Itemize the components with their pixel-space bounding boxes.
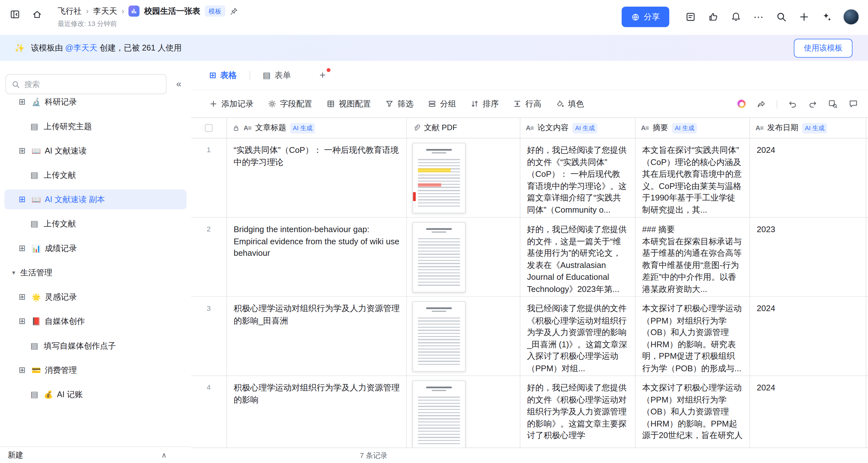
sidebar-item-expense-management[interactable]: ⊞ 💳 消费管理 [4,360,187,380]
pin-icon[interactable] [230,7,238,16]
search-in-table-icon[interactable] [828,99,837,108]
search-input[interactable] [24,80,160,89]
sidebar-item-media-creation[interactable]: ⊞ 📕 自媒体创作 [4,311,187,331]
sidebar-item-research-log[interactable]: ⊞ 🔬 科研记录 [4,94,187,112]
document-title[interactable]: 校园生活一张表 [144,6,200,16]
tab-grid-view[interactable]: ⊞ 表格 [209,70,237,81]
ai-shortcut-icon[interactable] [737,100,746,108]
ai-sparkle-icon[interactable] [820,11,833,23]
add-record-button[interactable]: 添加记录 [209,98,254,109]
cell-content[interactable]: 我已经阅读了您提供的文件《积极心理学运动对组织行为学及人力资源管理的影响_田喜洲… [520,297,636,375]
cell-title[interactable]: Bridging the intention-behaviour gap: Em… [227,218,407,296]
sidebar-item-ai-literature-review[interactable]: ⊞ 📖 AI 文献速读 [4,141,187,161]
breadcrumb-workspace[interactable]: 飞行社 [58,6,82,16]
cell-abstract[interactable]: ### 摘要 本研究旨在探索目标承诺与基于维基的沟通在弥合高等教育中维基使用“意… [636,218,750,296]
redo-icon[interactable] [808,99,817,108]
cell-content[interactable]: 好的，我已经阅读了您提供的文件，这是一篇关于“维基使用行为”的研究论文，发表在《… [520,218,636,296]
chevron-up-icon[interactable]: ∧ [161,451,166,459]
pdf-thumbnail[interactable] [412,380,465,447]
select-all-cell[interactable] [191,118,227,138]
sidebar-item-grade-record[interactable]: ⊞ 📊 成绩记录 [4,238,187,258]
sidebar-section-life-management[interactable]: ▾ 生活管理 [4,262,187,282]
share-button[interactable]: 分享 [622,7,669,27]
view-config-button[interactable]: 视图配置 [327,98,371,109]
table-row[interactable]: 4 积极心理学运动对组织行为学及人力资源管理的影响 好的，我已经阅读了您提供的文… [191,376,868,447]
cell-partial [866,139,868,217]
pdf-thumbnail[interactable] [412,301,465,372]
cell-title[interactable]: “实践共同体”（CoP）： 一种后现代教育语境中的学习理论 [227,139,407,217]
share-view-icon[interactable] [757,99,766,108]
fill-color-button[interactable]: 填色 [556,98,584,109]
user-avatar[interactable] [843,9,859,25]
sidebar-section-career-management[interactable]: ▾ 就业管理 [4,409,187,414]
sidebar-item-ai-bookkeeping[interactable]: ▤ 💰 AI 记账 [4,384,187,404]
create-new-icon[interactable] [798,11,810,23]
cell-pdf[interactable] [407,297,520,375]
field-config-button[interactable]: 字段配置 [268,98,312,109]
sidebar: « ⊞ 🔬 科研记录 ▤ 上传研究主题 ⊞ 📖 AI 文献速读 [0,61,191,463]
thumbs-up-icon[interactable] [707,11,719,23]
row-number[interactable]: 4 [191,376,227,447]
sidebar-toggle-icon[interactable] [9,8,21,21]
item-emoji: 🔬 [32,97,41,107]
column-header-partial [866,118,868,138]
column-header-title[interactable]: A≡ 文章标题 AI 生成 [227,118,407,138]
search-box[interactable] [5,74,166,94]
cell-date[interactable]: 2024 [750,376,866,447]
table-row[interactable]: 1 “实践共同体”（CoP）： 一种后现代教育语境中的学习理论 好的，我已经阅读… [191,139,868,218]
select-all-checkbox[interactable] [205,124,213,132]
cell-abstract[interactable]: 本文探讨了积极心理学运动（PPM）对组织行为学（OB）和人力资源管理（HRM）的… [636,376,750,447]
sidebar-item-inspiration-log[interactable]: ⊞ 🌟 灵感记录 [4,287,187,307]
notifications-bell-icon[interactable] [730,11,742,23]
cell-date[interactable]: 2024 [750,297,866,375]
sidebar-item-label: 自媒体创作 [45,316,85,326]
breadcrumb-owner[interactable]: 李天天 [93,6,117,16]
table-row[interactable]: 3 积极心理学运动对组织行为学及人力资源管理的影响_田喜洲 我已经阅读了您提供的… [191,297,868,376]
pdf-thumbnail[interactable] [412,222,465,293]
cell-date[interactable]: 2023 [750,218,866,296]
column-header-date[interactable]: A≡ 发布日期 AI 生成 [750,118,866,138]
table-row[interactable]: 2 Bridging the intention-behaviour gap: … [191,218,868,297]
cell-pdf[interactable] [407,376,520,447]
cell-date[interactable]: 2024 [750,139,866,217]
use-template-button[interactable]: 使用该模板 [794,38,852,57]
cell-content[interactable]: 好的，我已经阅读了您提供的文件《“实践共同体”（CoP）： 一种后现代教育语境中… [520,139,636,217]
column-header-pdf[interactable]: 文献 PDF [407,118,520,138]
group-button[interactable]: 分组 [428,98,456,109]
row-height-button[interactable]: 行高 [513,98,541,109]
sidebar-list: ⊞ 🔬 科研记录 ▤ 上传研究主题 ⊞ 📖 AI 文献速读 ▤ 上传文献 [0,94,191,414]
search-icon[interactable] [775,11,787,23]
sidebar-item-upload-literature-2[interactable]: ▤ 上传文献 [4,214,187,234]
row-number[interactable]: 3 [191,297,227,375]
cell-pdf[interactable] [407,218,520,296]
cell-title[interactable]: 积极心理学运动对组织行为学及人力资源管理的影响 [227,376,407,447]
cell-abstract[interactable]: 本文旨在探讨“实践共同体”（CoP）理论的核心内涵及其在后现代教育语境中的意义。… [636,139,750,217]
cell-pdf[interactable] [407,139,520,217]
column-header-abstract[interactable]: A≡ 摘要 AI 生成 [636,118,750,138]
banner-text: 该模板由 @李天天 创建，已被 261 人使用 [31,42,182,53]
cell-content[interactable]: 好的，我已经阅读了您提供的文件《积极心理学运动对组织行为学及人力资源管理的影响》… [520,376,636,447]
collapse-sidebar-icon[interactable]: « [166,79,191,90]
filter-button[interactable]: 筛选 [385,98,413,109]
sidebar-item-upload-research-topic[interactable]: ▤ 上传研究主题 [4,116,187,136]
more-icon[interactable]: ⋯ [752,11,765,23]
template-center-icon[interactable] [684,11,696,23]
cell-abstract[interactable]: 本文探讨了积极心理学运动（PPM）对组织行为学（OB）和人力资源管理（HRM）的… [636,297,750,375]
item-emoji: 🌟 [32,293,41,301]
row-number[interactable]: 2 [191,218,227,296]
sort-button[interactable]: 排序 [470,98,499,109]
row-number[interactable]: 1 [191,139,227,217]
home-icon[interactable] [31,8,43,21]
cell-title[interactable]: 积极心理学运动对组织行为学及人力资源管理的影响_田喜洲 [227,297,407,375]
pdf-thumbnail[interactable] [412,143,465,213]
new-button[interactable]: 新建 ∧ [0,446,191,463]
comment-icon[interactable] [848,99,858,108]
tab-form-view[interactable]: ▤ 表单 [263,70,291,81]
add-view-button[interactable]: + [316,69,329,82]
sidebar-item-ai-literature-review-copy[interactable]: ⊞ 📖 AI 文献速读 副本 [4,189,187,209]
undo-icon[interactable] [788,99,797,108]
sidebar-item-media-idea-form[interactable]: ▤ 填写自媒体创作点子 [4,336,187,355]
sidebar-item-upload-literature[interactable]: ▤ 上传文献 [4,165,187,185]
column-header-content[interactable]: A≡ 论文内容 AI 生成 [520,118,636,138]
mention-link[interactable]: @李天天 [65,43,97,52]
